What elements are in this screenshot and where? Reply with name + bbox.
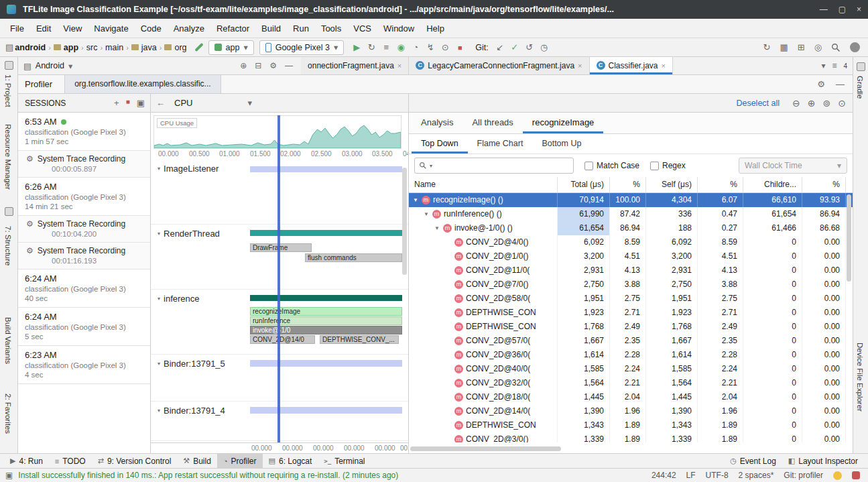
menu-navigate[interactable]: Navigate (88, 23, 134, 34)
tab-options-icon[interactable]: ▾ (821, 61, 825, 70)
reset-zoom-icon[interactable]: ⊚ (823, 98, 831, 109)
attach-debugger-button[interactable]: ⊙ (438, 40, 452, 55)
editor-tab[interactable]: onnectionFragment.java × (301, 57, 409, 74)
expand-arrow-icon[interactable]: ▼ (434, 221, 443, 235)
tool-button-version-control[interactable]: ⇄9: Version Control (92, 454, 178, 469)
locate-file-icon[interactable]: ⊕ (240, 61, 247, 70)
trace-event-chip[interactable]: DrawFrame (250, 243, 312, 252)
table-row[interactable]: ▼mrunInference() () 61,990 87.42 336 0.4… (409, 207, 853, 221)
tool-button-favorites[interactable]: 2: Favorites (4, 394, 12, 434)
session-item[interactable]: 6:24 AM classification (Google Pixel 3) … (18, 269, 150, 308)
tab-recognizeimage[interactable]: recognizeImage (523, 113, 604, 133)
menu-tools[interactable]: Tools (315, 23, 347, 34)
session-item[interactable]: 6:23 AM classification (Google Pixel 3) … (18, 346, 150, 384)
run-button[interactable]: ▶ (349, 40, 364, 55)
collapse-all-icon[interactable]: ⊟ (255, 61, 261, 70)
tool-button-event-log[interactable]: ◷Event Log (724, 454, 782, 469)
status-message[interactable]: Install successfully finished in 140 ms.… (18, 471, 398, 480)
menu-vcs[interactable]: VCS (347, 23, 377, 34)
search-box[interactable]: ▾ (414, 158, 574, 174)
hidden-tabs-icon[interactable]: ≡ (832, 61, 836, 70)
tab-top-down[interactable]: Top Down (412, 134, 468, 154)
table-row[interactable]: mCONV_2D@36/0( 1,614 2.28 1,614 2.28 0 0… (409, 348, 853, 362)
table-row[interactable]: mCONV_2D@1/0() 3,200 4.51 3,200 4.51 0 0… (409, 249, 853, 263)
git-rollback-button[interactable]: ↺ (522, 40, 537, 55)
table-row[interactable]: mCONV_2D@18/0( 1,445 2.04 1,445 2.04 0 0… (409, 390, 853, 404)
tool-button-logcat[interactable]: ▤6: Logcat (263, 454, 318, 469)
close-tab-icon[interactable]: × (662, 62, 666, 70)
regex-checkbox[interactable]: Regex (650, 161, 686, 170)
feedback-smiley-icon[interactable] (833, 471, 842, 480)
table-row[interactable]: mCONV_2D@4/0() 6,092 8.59 6,092 8.59 0 0… (409, 235, 853, 249)
minimize-button[interactable]: — (820, 5, 828, 14)
tool-button-terminal[interactable]: >_Terminal (318, 454, 371, 469)
zoom-out-icon[interactable]: ⊖ (792, 98, 800, 109)
back-icon[interactable]: ← (156, 98, 165, 108)
menu-refactor[interactable]: Refactor (210, 23, 255, 34)
menu-help[interactable]: Help (420, 23, 450, 34)
col-total-pct[interactable]: % (610, 177, 646, 192)
breadcrumb-src[interactable]: src (86, 43, 98, 52)
tool-button-layout-inspector[interactable]: ◧Layout Inspector (782, 454, 864, 469)
device-select[interactable]: Google Pixel 3▾ (259, 40, 345, 55)
table-row[interactable]: mDEPTHWISE_CON 1,343 1.89 1,343 1.89 0 0… (409, 418, 853, 432)
tool-button-project[interactable]: 1: Project (4, 74, 12, 107)
menu-edit[interactable]: Edit (30, 23, 57, 34)
build-menu-button[interactable]: ≡ (379, 40, 393, 55)
table-row[interactable]: mCONV_2D@57/0( 1,667 2.35 1,667 2.35 0 0… (409, 334, 853, 348)
col-children-pct[interactable]: % (802, 177, 846, 192)
close-tab-icon[interactable]: × (397, 62, 401, 70)
new-session-button[interactable]: + (114, 98, 119, 108)
editor-tab[interactable]: C LegacyCameraConnectionFragment.java × (409, 57, 589, 74)
profiler-kind-select[interactable]: CPU ▾ (174, 98, 252, 108)
gradle-stripe-icon[interactable] (857, 62, 865, 71)
coverage-button[interactable]: ↯ (423, 40, 438, 55)
zoom-in-icon[interactable]: ⊕ (808, 98, 816, 109)
line-ending[interactable]: LF (686, 471, 696, 480)
git-update-button[interactable]: ↙ (493, 40, 507, 55)
trace-event-chip[interactable]: DEPTHWISE_CONV_... (320, 335, 399, 344)
table-row[interactable]: mCONV_2D@14/0( 1,390 1.96 1,390 1.96 0 0… (409, 404, 853, 418)
stop-session-button[interactable]: ■ (126, 98, 130, 108)
search-icon[interactable] (831, 43, 841, 52)
menu-view[interactable]: View (57, 23, 88, 34)
encoding[interactable]: UTF-8 (706, 471, 729, 480)
profiler-session-tab[interactable]: org.tensorflow.lite.examples.classific..… (64, 75, 221, 93)
hide-panel-icon[interactable]: — (285, 61, 293, 70)
stop-button[interactable]: ■ (452, 40, 467, 55)
menu-build[interactable]: Build (255, 23, 287, 34)
tool-button-profiler[interactable]: ◔Profiler (217, 454, 263, 469)
table-vertical-scrollbar[interactable] (847, 194, 851, 282)
menu-file[interactable]: File (4, 23, 30, 34)
timeline-scrollbar[interactable] (402, 168, 407, 275)
project-stripe-icon[interactable] (5, 61, 13, 70)
hide-profiler-icon[interactable]: — (836, 79, 845, 89)
tool-button-gradle[interactable]: Gradle (856, 76, 864, 99)
search-options-icon[interactable]: ▾ (430, 163, 432, 169)
tool-button-structure[interactable]: 7: Structure (4, 226, 12, 265)
collapse-thread-icon[interactable]: ▾ (158, 166, 160, 172)
expand-arrow-icon[interactable]: ▼ (424, 207, 432, 221)
trace-event-chip[interactable]: runInference (250, 316, 402, 325)
expand-arrow-icon[interactable]: ▼ (413, 193, 422, 207)
notifications-icon[interactable]: ◎ (814, 42, 822, 52)
collapse-thread-icon[interactable]: ▾ (158, 231, 160, 237)
project-icon[interactable]: ▤ (5, 42, 13, 52)
indent-setting[interactable]: 2 spaces* (739, 471, 774, 480)
tool-button-todo[interactable]: ≡TODO (49, 454, 92, 469)
trace-event-chip[interactable]: invoke@-1/0 (250, 326, 402, 335)
menu-analyze[interactable]: Analyze (168, 23, 210, 34)
table-horizontal-scrollbar[interactable] (410, 446, 561, 451)
menu-window[interactable]: Window (377, 23, 420, 34)
collapse-thread-icon[interactable]: ▾ (158, 361, 160, 367)
close-button[interactable]: × (857, 5, 861, 14)
clock-type-select[interactable]: Wall Clock Time ▾ (739, 158, 847, 174)
session-item[interactable]: 6:24 AM classification (Google Pixel 3) … (18, 308, 150, 346)
table-row[interactable]: ▼mrecognizeImage() () 70,914 100.00 4,30… (409, 193, 853, 207)
profiler-settings-icon[interactable]: ⚙ (817, 79, 825, 89)
project-view-selector[interactable]: ▤ Android ▾ (18, 61, 72, 71)
editor-tab-selected[interactable]: C Classifier.java × (590, 57, 673, 74)
table-row[interactable]: mCONV_2D@58/0( 1,951 2.75 1,951 2.75 0 0… (409, 292, 853, 306)
table-row[interactable]: mCONV_2D@7/0() 2,750 3.88 2,750 3.88 0 0… (409, 278, 853, 292)
apply-changes-button[interactable]: ↻ (364, 40, 379, 55)
